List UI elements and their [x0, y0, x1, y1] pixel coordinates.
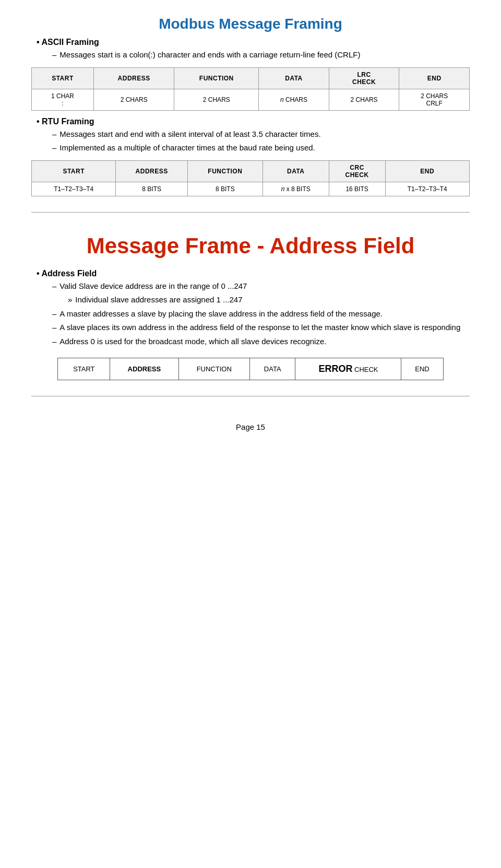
- rtu-col-address: ADDRESS: [116, 160, 187, 182]
- error-label: ERROR: [318, 363, 352, 374]
- ascii-dash1-text: Messages start is a colon(:) character a…: [59, 49, 360, 61]
- rtu-dash2-text: Implemented as a multiple of character t…: [59, 142, 315, 154]
- ascii-row-address: 2 CHARS: [93, 89, 174, 110]
- ascii-col-start: START: [32, 67, 94, 89]
- page-number: Page 15: [31, 423, 470, 431]
- rtu-row-end: T1–T2–T3–T4: [385, 182, 470, 196]
- page-title: Modbus Message Framing: [31, 16, 470, 32]
- addr-table-start: START: [58, 358, 110, 380]
- ascii-col-lrc: LRCCHECK: [329, 67, 399, 89]
- ascii-row-end: 2 CHARSCRLF: [399, 89, 470, 110]
- addr-table-address: ADDRESS: [110, 358, 178, 380]
- ascii-framing-table: START ADDRESS FUNCTION DATA LRCCHECK END…: [31, 67, 470, 111]
- addr-table-function: FUNCTION: [178, 358, 249, 380]
- address-dash3: – A slave places its own address in the …: [52, 322, 470, 334]
- address-line4: A slave places its own address in the ad…: [59, 322, 460, 334]
- dash-prefix-4: –: [52, 280, 56, 292]
- ascii-row-lrc: 2 CHARS: [329, 89, 399, 110]
- rtu-col-start: START: [32, 160, 116, 182]
- dash-prefix-5: –: [52, 308, 56, 320]
- rtu-col-crc: CRCCHECK: [329, 160, 385, 182]
- dash-prefix: –: [52, 49, 56, 61]
- dash-prefix-7: –: [52, 336, 56, 348]
- ascii-col-end: END: [399, 67, 470, 89]
- section-divider-1: [31, 212, 470, 213]
- rtu-dash2: – Implemented as a multiple of character…: [52, 142, 470, 154]
- ascii-framing-bullet: ASCII Framing: [37, 38, 470, 47]
- addr-table-end: END: [401, 358, 443, 380]
- section2-title: Message Frame - Address Field: [31, 233, 470, 259]
- ascii-col-data: DATA: [259, 67, 329, 89]
- rtu-dash1: – Messages start and end with a silent i…: [52, 128, 470, 140]
- address-dash1: – Valid Slave device address are in the …: [52, 280, 470, 292]
- address-line5: Address 0 is used for the broadcast mode…: [59, 336, 326, 348]
- check-label: CHECK: [352, 366, 378, 373]
- address-line3: A master addresses a slave by placing th…: [59, 308, 383, 320]
- rtu-row-address: 8 BITS: [116, 182, 187, 196]
- ascii-row-data: n CHARS: [259, 89, 329, 110]
- addr-table-data: DATA: [249, 358, 295, 380]
- address-arrow1: » Individual slave addresses are assigne…: [68, 294, 470, 306]
- ascii-dash1: – Messages start is a colon(:) character…: [52, 49, 470, 61]
- rtu-dash1-text: Messages start and end with a silent int…: [59, 128, 320, 140]
- rtu-row-data: n x 8 BITS: [263, 182, 329, 196]
- dash-prefix-2: –: [52, 128, 56, 140]
- addr-table-error-check: ERROR CHECK: [295, 358, 401, 380]
- address-dash4: – Address 0 is used for the broadcast mo…: [52, 336, 470, 348]
- address-field-bullet: Address Field: [37, 269, 470, 278]
- address-field-table: START ADDRESS FUNCTION DATA ERROR CHECK …: [57, 358, 443, 380]
- address-dash2: – A master addresses a slave by placing …: [52, 308, 470, 320]
- dash-prefix-6: –: [52, 322, 56, 334]
- rtu-col-data: DATA: [263, 160, 329, 182]
- dash-prefix-3: –: [52, 142, 56, 154]
- rtu-framing-bullet: RTU Framing: [37, 117, 470, 126]
- section-divider-2: [31, 396, 470, 396]
- rtu-row-start: T1–T2–T3–T4: [32, 182, 116, 196]
- address-line2: Individual slave addresses are assigned …: [75, 294, 242, 306]
- ascii-row-start: 1 CHAR:: [32, 89, 94, 110]
- rtu-framing-table: START ADDRESS FUNCTION DATA CRCCHECK END…: [31, 160, 470, 196]
- arrow-prefix: »: [68, 294, 72, 306]
- address-line1: Valid Slave device address are in the ra…: [59, 280, 247, 292]
- ascii-row-function: 2 CHARS: [174, 89, 259, 110]
- rtu-col-end: END: [385, 160, 470, 182]
- rtu-row-function: 8 BITS: [187, 182, 263, 196]
- rtu-col-function: FUNCTION: [187, 160, 263, 182]
- rtu-row-crc: 16 BITS: [329, 182, 385, 196]
- ascii-col-function: FUNCTION: [174, 67, 259, 89]
- ascii-col-address: ADDRESS: [93, 67, 174, 89]
